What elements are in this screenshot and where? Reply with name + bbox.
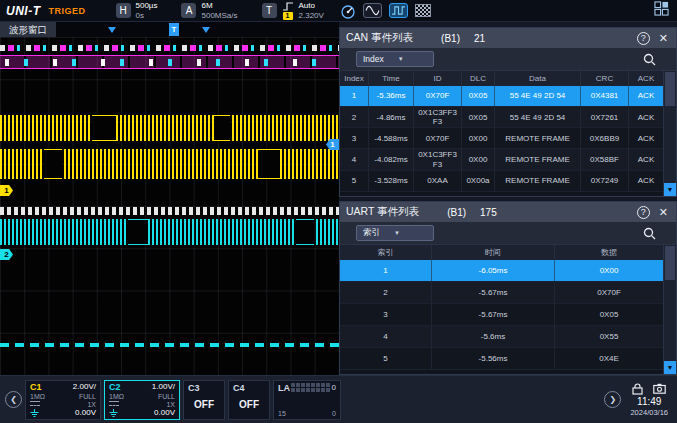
trigger-status-label: TRIGED [49,6,86,16]
col-data: 数据 [555,245,663,260]
channel-offset: 0.00V [75,409,96,417]
scroll-down-button[interactable]: ▼ [664,361,676,374]
ch1-trace-upper [0,115,339,141]
col-time: Time [369,71,414,86]
can-bus-label: (B1) [441,33,460,44]
table-row[interactable]: 2-5.67ms0X70F [340,282,663,304]
channel-4-block[interactable]: C4 OFF [228,380,270,420]
ch2-trace [0,219,339,245]
channel-3-block[interactable]: C3 OFF [183,380,225,420]
clock-date: 2024/03/16 [630,408,668,417]
waveform-header-strip: 波形窗口 T [0,22,339,37]
table-row[interactable]: 5-3.528ms0XAA0X00aREMOTE FRAME0X7249ACK [340,171,663,192]
dc-coupling-icon [30,401,40,407]
can-panel-title: CAN 事件列表 [346,31,413,45]
uart-bus-label: (B1) [447,207,466,218]
help-icon[interactable]: ? [637,32,650,45]
trigger-level-value: 2.320V [299,12,324,20]
la-bit-low: 0 [332,410,336,417]
screenshot-camera-icon[interactable] [653,383,666,394]
clock-time: 11:49 [637,396,661,407]
table-row[interactable]: 3-4.588ms0X70F0X00REMOTE FRAME0X6BB9ACK [340,128,663,149]
bus1-position-marker[interactable] [108,27,116,33]
table-row[interactable]: 4-5.6ms0X55 [340,326,663,348]
uart-table-header: 索引 时间 数据 [340,245,663,260]
channel-1-block[interactable]: C12.00V/ 1MΩFULL 1X 0.00V [25,380,101,420]
trigger-position-marker[interactable]: T [169,23,179,36]
can-filter-dropdown[interactable]: Index ▼ [356,51,434,67]
can-scrollbar[interactable]: ▼ [663,71,676,196]
logic-analyzer-block[interactable]: LA 0 15 0 [273,380,341,420]
chevron-down-icon: ▼ [398,56,404,62]
table-row[interactable]: 5-5.56ms0X4E [340,348,663,370]
dc-coupling-icon [109,401,119,407]
close-icon[interactable]: ✕ [659,207,668,218]
channel-probe: 1X [87,401,96,408]
dither-pattern-icon[interactable] [415,4,431,17]
window-layout-icon[interactable] [654,1,669,20]
ch1-trace-lower [0,149,339,179]
acquire-key: A [181,3,196,18]
uart-filter-dropdown[interactable]: 索引 ▼ [356,225,434,241]
chevron-down-icon: ▼ [394,230,400,236]
sine-wave-icon[interactable] [363,3,382,18]
search-icon[interactable] [643,227,656,240]
col-time: 时间 [432,245,555,260]
channel-state: OFF [239,399,259,410]
digital-trace-d0 [0,343,339,347]
table-row[interactable]: 2-4.86ms0X1C3FF3F30X0555 4E 49 2D 540X72… [340,107,663,128]
scrollbar-thumb[interactable] [665,246,675,280]
channel-bandwidth: FULL [158,393,175,400]
memory-depth-value: 6M [201,2,237,10]
table-row[interactable]: 3-5.67ms0X05 [340,304,663,326]
can-panel-toolbar: Index ▼ [340,48,676,71]
uart-scrollbar[interactable]: ▼ [663,245,676,374]
channel-bandwidth: FULL [79,393,96,400]
close-icon[interactable]: ✕ [659,33,668,44]
can-table-body: 1-5.36ms0X70F0X0555 4E 49 2D 540X4381ACK… [340,86,663,192]
rising-edge-icon [282,2,294,11]
can-event-count: 21 [474,33,485,44]
channel-impedance: 1MΩ [30,393,45,400]
scroll-down-button[interactable]: ▼ [664,183,676,196]
col-ack: ACK [629,71,663,86]
decode-tick-row [0,207,339,215]
horizontal-offset-value: 0s [136,12,158,20]
channel-scale: 1.00V/ [152,383,175,391]
la-label: LA [278,383,290,393]
trigger-key: T [262,3,277,18]
can-table-header: Index Time ID DLC Data CRC ACK [340,71,663,86]
bus2-position-marker[interactable] [202,27,210,33]
la-value: 0 [332,383,336,392]
ground-icon [109,409,118,417]
can-panel-header: CAN 事件列表 (B1) 21 ? ✕ [340,28,676,48]
frequency-gauge-icon[interactable] [340,3,356,19]
trigger-settings-button[interactable]: T 1 Auto 2.320V [262,2,324,20]
col-crc: CRC [581,71,629,86]
la-bit-grid [291,383,330,392]
expand-right-button[interactable]: ❯ [604,391,621,408]
trigger-mode-value: Auto [299,2,324,10]
oscilloscope-app: UNI-T TRIGED H 500µs 0s A 6M 500MSa/s T … [0,0,677,423]
channel-2-block[interactable]: C21.00V/ 1MΩFULL 1X 0.00V [104,380,180,420]
table-row[interactable]: 1-6.05ms0X00 [340,260,663,282]
ch2-ground-marker[interactable]: 2 [0,249,13,260]
ch1-ground-marker[interactable]: 1 [0,185,13,196]
lock-icon[interactable] [632,383,643,395]
help-icon[interactable]: ? [637,206,650,219]
uart-table-body: 1-6.05ms0X00 2-5.67ms0X70F 3-5.67ms0X05 … [340,260,663,370]
horizontal-settings-button[interactable]: H 500µs 0s [116,2,158,20]
search-icon[interactable] [643,53,656,66]
waveform-window: 波形窗口 T 1 2 1 [0,22,339,375]
table-row[interactable]: 1-5.36ms0X70F0X0555 4E 49 2D 540X4381ACK [340,86,663,107]
col-index: Index [340,71,369,86]
waveform-window-tab[interactable]: 波形窗口 [0,22,56,37]
col-index: 索引 [340,245,432,260]
channel-probe: 1X [166,401,175,408]
collapse-left-button[interactable]: ❮ [5,391,22,408]
scrollbar-thumb[interactable] [665,72,675,106]
sample-rate-value: 500MSa/s [201,12,237,20]
pulse-wave-icon[interactable] [389,3,408,18]
table-row[interactable]: 4-4.082ms0X1C3FF3F30X00REMOTE FRAME0X58B… [340,149,663,170]
acquire-settings-button[interactable]: A 6M 500MSa/s [181,2,237,20]
